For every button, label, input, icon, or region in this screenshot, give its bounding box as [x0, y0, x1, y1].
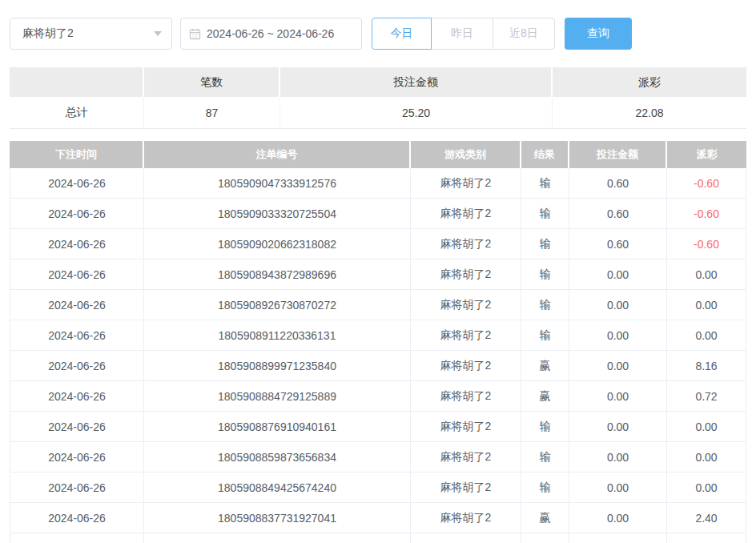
table-cell: 1805908859873656834 [144, 442, 411, 473]
table-row: 2024-06-261805909047333912576麻将胡了2输0.60-… [10, 168, 746, 199]
summary-cell: 总计 [10, 97, 144, 129]
table-row: 2024-06-261805908859873656834麻将胡了2输0.000… [10, 442, 746, 473]
table-cell: 0.00 [667, 320, 746, 351]
table-cell: 麻将胡了2 [411, 351, 521, 381]
table-cell: 2024-06-26 [10, 412, 144, 442]
quick-range-button-2[interactable]: 近8日 [493, 18, 555, 50]
table-cell: 0.00 [569, 320, 667, 351]
table-cell: 麻将胡了2 [411, 259, 521, 290]
table-cell: 输 [521, 229, 569, 259]
table-cell: 2024-06-26 [10, 199, 144, 229]
summary-header-cell: 笔数 [144, 67, 280, 97]
table-row: 2024-06-261805908837731927041麻将胡了2赢0.002… [10, 503, 746, 533]
table-row: 2024-06-261805908884729125889麻将胡了2赢0.000… [10, 381, 746, 412]
table-cell: 麻将胡了2 [411, 412, 521, 442]
records-header-cell: 结果 [521, 141, 569, 168]
table-cell: 0.60 [569, 168, 667, 199]
game-select-value: 麻将胡了2 [22, 26, 154, 41]
table-cell: 麻将胡了2 [411, 473, 521, 503]
table-cell: 输 [521, 320, 569, 351]
table-cell [10, 533, 144, 543]
summary-header-cell [10, 67, 144, 97]
summary-cell: 87 [144, 97, 280, 129]
table-row: 2024-06-261805908849425674240麻将胡了2输0.000… [10, 473, 746, 503]
table-cell: 麻将胡了2 [411, 290, 521, 320]
table-cell: 1805909047333912576 [144, 168, 411, 199]
table-row: 2024-06-261805909033320725504麻将胡了2输0.60-… [10, 199, 746, 229]
table-cell: 麻将胡了2 [411, 503, 521, 533]
table-row: 2024-06-261805908943872989696麻将胡了2输0.000… [10, 259, 746, 290]
date-range-picker[interactable]: 2024-06-26 ~ 2024-06-26 [180, 18, 362, 50]
table-cell: 麻将胡了2 [411, 381, 521, 412]
table-cell: 1805908926730870272 [144, 290, 411, 320]
records-header-cell: 游戏类别 [411, 141, 521, 168]
table-cell: 赢 [521, 381, 569, 412]
summary-header-cell: 派彩 [553, 67, 746, 97]
table-row: 2024-06-261805909020662318082麻将胡了2输0.60-… [10, 229, 746, 259]
table-cell: 0.00 [667, 290, 746, 320]
summary-total-row: 总计8725.2022.08 [10, 97, 746, 129]
table-cell: 麻将胡了2 [411, 229, 521, 259]
table-cell: 8.16 [667, 351, 746, 381]
table-cell [521, 533, 569, 543]
records-body: 2024-06-261805909047333912576麻将胡了2输0.60-… [10, 168, 746, 543]
summary-table: 笔数投注金额派彩 总计8725.2022.08 [10, 67, 746, 129]
quick-range-button-1[interactable]: 昨日 [431, 18, 493, 50]
table-row: 2024-06-261805908911220336131麻将胡了2输0.000… [10, 320, 746, 351]
quick-range-button-0[interactable]: 今日 [372, 18, 432, 50]
table-cell: 0.00 [569, 351, 667, 381]
table-cell: 输 [521, 442, 569, 473]
table-row: 2024-06-261805908899971235840麻将胡了2赢0.008… [10, 351, 746, 381]
table-cell: 2024-06-26 [10, 168, 144, 199]
table-cell: -0.60 [667, 229, 746, 259]
table-cell: 麻将胡了2 [411, 442, 521, 473]
table-cell: -0.60 [667, 168, 746, 199]
table-cell: 0.60 [569, 229, 667, 259]
date-range-value: 2024-06-26 ~ 2024-06-26 [207, 27, 334, 40]
table-cell [144, 533, 411, 543]
table-cell [667, 533, 746, 543]
table-cell: 1805908849425674240 [144, 473, 411, 503]
query-button[interactable]: 查询 [565, 18, 632, 50]
table-cell: 输 [521, 259, 569, 290]
quick-range-button-group: 今日昨日近8日 [372, 18, 555, 50]
table-cell: 麻将胡了2 [411, 320, 521, 351]
summary-header-cell: 投注金额 [280, 67, 553, 97]
calendar-icon [189, 28, 201, 40]
table-cell [569, 533, 667, 543]
table-cell: 1805909020662318082 [144, 229, 411, 259]
table-cell: 输 [521, 168, 569, 199]
table-cell: 0.00 [569, 381, 667, 412]
table-cell: 赢 [521, 503, 569, 533]
records-header-row: 下注时间注单编号游戏类别结果投注金额派彩 [10, 141, 746, 168]
summary-cell: 22.08 [553, 97, 746, 129]
table-cell: 0.00 [667, 259, 746, 290]
table-cell: 0.00 [569, 503, 667, 533]
table-cell: 麻将胡了2 [411, 199, 521, 229]
table-cell: 1805908943872989696 [144, 259, 411, 290]
table-cell: 0.00 [569, 412, 667, 442]
table-cell: 1805908876910940161 [144, 412, 411, 442]
table-row: 2024-06-261805908926730870272麻将胡了2输0.000… [10, 290, 746, 320]
table-cell: 2024-06-26 [10, 259, 144, 290]
game-select[interactable]: 麻将胡了2 [10, 18, 172, 50]
records-header-cell: 下注时间 [10, 141, 144, 168]
table-cell: 0.00 [667, 412, 746, 442]
table-cell: 1805908911220336131 [144, 320, 411, 351]
summary-header-row: 笔数投注金额派彩 [10, 67, 746, 97]
table-cell: 0.00 [569, 290, 667, 320]
table-cell [411, 533, 521, 543]
chevron-down-icon [154, 31, 162, 36]
table-cell: 0.00 [667, 442, 746, 473]
table-cell: 1805908899971235840 [144, 351, 411, 381]
table-cell: 2024-06-26 [10, 381, 144, 412]
table-cell: 1805908837731927041 [144, 503, 411, 533]
table-cell: 0.72 [667, 381, 746, 412]
table-cell: 2024-06-26 [10, 290, 144, 320]
toolbar: 麻将胡了2 2024-06-26 ~ 2024-06-26 今日昨日近8日 查询 [10, 18, 746, 50]
summary-cell: 25.20 [280, 97, 553, 129]
bet-records-table: 下注时间注单编号游戏类别结果投注金额派彩 2024-06-26180590904… [10, 141, 746, 543]
table-cell: 1805909033320725504 [144, 199, 411, 229]
table-cell: 输 [521, 199, 569, 229]
table-row-partial [10, 533, 746, 543]
